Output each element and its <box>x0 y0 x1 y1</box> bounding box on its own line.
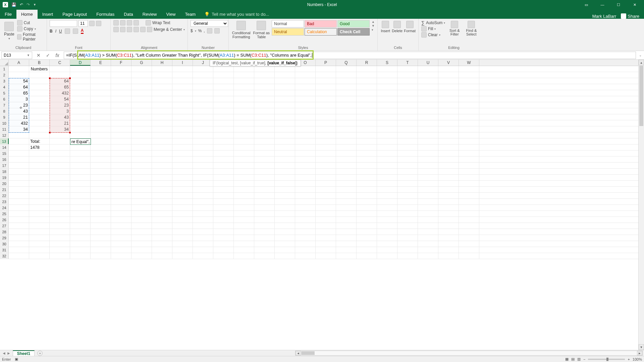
cell[interactable] <box>193 90 213 96</box>
cell[interactable] <box>357 96 377 102</box>
cell[interactable] <box>459 217 479 223</box>
cell[interactable] <box>418 211 438 217</box>
cell[interactable] <box>336 157 357 162</box>
row-header-14[interactable]: 14 <box>0 144 9 150</box>
cell[interactable] <box>254 241 275 247</box>
cell[interactable] <box>70 229 91 235</box>
cell[interactable] <box>111 187 131 192</box>
style-good[interactable]: Good <box>337 20 370 27</box>
cell[interactable] <box>438 120 459 126</box>
cell[interactable] <box>336 114 357 120</box>
cell[interactable] <box>9 66 29 72</box>
cell[interactable] <box>377 235 397 241</box>
insert-cells-button[interactable]: Insert <box>380 20 390 34</box>
cell[interactable] <box>152 169 172 174</box>
cell[interactable] <box>152 72 172 78</box>
cell[interactable] <box>295 247 316 253</box>
row-header-32[interactable]: 32 <box>0 253 9 259</box>
cell[interactable] <box>111 253 131 259</box>
cell[interactable] <box>213 199 234 204</box>
cell[interactable] <box>275 253 295 259</box>
orientation-icon[interactable] <box>133 20 139 25</box>
cell[interactable] <box>357 193 377 198</box>
cell[interactable] <box>336 217 357 223</box>
cell[interactable] <box>234 217 254 223</box>
cell[interactable] <box>91 150 111 156</box>
cell[interactable] <box>50 247 70 253</box>
cell[interactable] <box>275 211 295 217</box>
cell[interactable] <box>9 187 29 192</box>
scroll-left-button[interactable]: ◄ <box>296 351 301 355</box>
cell[interactable] <box>459 126 479 132</box>
cell[interactable] <box>316 66 336 72</box>
cell[interactable] <box>193 72 213 78</box>
scroll-right-button[interactable]: ► <box>637 351 642 355</box>
col-header-T[interactable]: T <box>397 60 418 66</box>
cell[interactable] <box>397 120 418 126</box>
cell[interactable] <box>275 157 295 162</box>
cell[interactable] <box>377 211 397 217</box>
cell[interactable] <box>172 114 193 120</box>
cell[interactable] <box>377 187 397 192</box>
cell[interactable] <box>418 114 438 120</box>
cell[interactable] <box>9 72 29 78</box>
cell[interactable] <box>29 90 50 96</box>
cell[interactable] <box>459 205 479 210</box>
cell[interactable] <box>418 78 438 84</box>
cell[interactable] <box>193 181 213 186</box>
cell[interactable] <box>357 163 377 168</box>
decrease-indent-icon[interactable] <box>133 27 139 32</box>
cell[interactable]: 23 <box>50 102 70 108</box>
cell[interactable] <box>91 247 111 253</box>
cell[interactable] <box>172 247 193 253</box>
cell[interactable] <box>316 157 336 162</box>
cell[interactable] <box>336 126 357 132</box>
cell[interactable] <box>29 120 50 126</box>
cell[interactable] <box>213 187 234 192</box>
cell[interactable] <box>70 84 91 90</box>
cell[interactable] <box>336 163 357 168</box>
cell[interactable] <box>254 138 275 144</box>
clear-button[interactable]: Clear▾ <box>421 32 445 38</box>
cell[interactable] <box>111 229 131 235</box>
cell[interactable] <box>70 253 91 259</box>
cell[interactable] <box>213 241 234 247</box>
cell[interactable] <box>152 205 172 210</box>
cell[interactable] <box>193 96 213 102</box>
cell[interactable] <box>234 187 254 192</box>
cell[interactable] <box>234 253 254 259</box>
cell[interactable] <box>213 72 234 78</box>
cell[interactable] <box>254 181 275 186</box>
cell[interactable] <box>111 235 131 241</box>
cell[interactable] <box>193 132 213 138</box>
cell[interactable] <box>336 175 357 180</box>
cell[interactable] <box>111 78 131 84</box>
row-header-30[interactable]: 30 <box>0 241 9 247</box>
col-header-S[interactable]: S <box>377 60 397 66</box>
cell[interactable] <box>70 199 91 204</box>
cell[interactable]: 23 <box>9 102 29 108</box>
cell[interactable] <box>336 187 357 192</box>
enter-formula-button[interactable]: ✓ <box>45 53 51 58</box>
row-header-15[interactable]: 15 <box>0 150 9 156</box>
cell[interactable]: 43 <box>50 114 70 120</box>
cell[interactable] <box>91 169 111 174</box>
cell[interactable]: 65 <box>9 90 29 96</box>
select-all-corner[interactable] <box>0 60 9 66</box>
cell[interactable] <box>295 126 316 132</box>
cell[interactable] <box>50 72 70 78</box>
cell[interactable] <box>91 217 111 223</box>
row-header-27[interactable]: 27 <box>0 223 9 229</box>
cell[interactable] <box>254 126 275 132</box>
cell[interactable] <box>193 126 213 132</box>
fill-color-icon[interactable] <box>73 28 78 34</box>
conditional-formatting-button[interactable]: Conditional Formatting <box>231 20 251 40</box>
cell[interactable] <box>418 144 438 150</box>
cell[interactable] <box>357 253 377 259</box>
cell[interactable] <box>316 199 336 204</box>
cell[interactable] <box>459 175 479 180</box>
cell[interactable]: Numbers <box>29 66 50 72</box>
cell[interactable] <box>418 229 438 235</box>
cell[interactable] <box>70 163 91 168</box>
cell[interactable] <box>397 114 418 120</box>
